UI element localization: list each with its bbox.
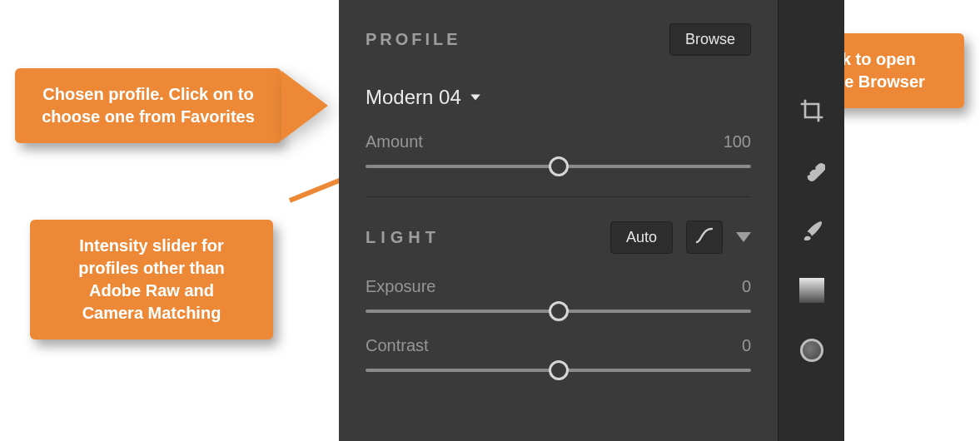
radial-gradient-icon[interactable] bbox=[798, 336, 826, 364]
contrast-slider-row: Contrast 0 bbox=[366, 336, 751, 372]
browse-button[interactable]: Browse bbox=[669, 23, 751, 56]
amount-slider-row: Amount 100 bbox=[366, 132, 751, 168]
callout-text: Intensity slider for profiles other than… bbox=[78, 236, 225, 322]
tone-curve-icon bbox=[694, 225, 714, 249]
collapse-toggle-icon[interactable] bbox=[736, 232, 751, 242]
profile-name-label: Modern 04 bbox=[366, 86, 461, 109]
section-title: PROFILE bbox=[366, 30, 461, 49]
light-section-header: LIGHT Auto bbox=[366, 220, 751, 254]
section-title: LIGHT bbox=[366, 228, 440, 247]
svg-rect-0 bbox=[805, 161, 825, 183]
exposure-label: Exposure bbox=[366, 277, 436, 296]
crop-icon[interactable] bbox=[798, 97, 826, 125]
profile-section-header: PROFILE Browse bbox=[366, 23, 751, 56]
annotation-callout-intensity: Intensity slider for profiles other than… bbox=[30, 220, 273, 339]
exposure-value: 0 bbox=[742, 277, 751, 296]
section-divider bbox=[366, 196, 751, 197]
profile-dropdown[interactable]: Modern 04 bbox=[366, 86, 751, 109]
svg-point-1 bbox=[807, 172, 810, 176]
amount-value: 100 bbox=[724, 132, 751, 151]
exposure-slider-thumb[interactable] bbox=[549, 301, 569, 321]
exposure-slider[interactable] bbox=[366, 310, 751, 313]
healing-brush-icon[interactable] bbox=[798, 156, 826, 185]
amount-slider-thumb[interactable] bbox=[549, 156, 569, 176]
contrast-value: 0 bbox=[742, 336, 751, 355]
svg-point-2 bbox=[812, 166, 815, 170]
brush-icon[interactable] bbox=[798, 216, 826, 245]
chevron-down-icon bbox=[470, 92, 481, 103]
contrast-slider[interactable] bbox=[366, 369, 751, 372]
tool-rail bbox=[778, 0, 844, 441]
auto-button[interactable]: Auto bbox=[610, 221, 673, 254]
linear-gradient-icon[interactable] bbox=[798, 276, 826, 305]
exposure-slider-row: Exposure 0 bbox=[366, 277, 751, 313]
annotation-callout-profile: Chosen profile. Click on to choose one f… bbox=[15, 68, 281, 143]
amount-slider[interactable] bbox=[366, 165, 751, 168]
edit-panel: PROFILE Browse Modern 04 Amount 100 LIGH… bbox=[339, 0, 778, 441]
amount-label: Amount bbox=[366, 132, 423, 151]
contrast-slider-thumb[interactable] bbox=[549, 360, 569, 380]
callout-text: Chosen profile. Click on to choose one f… bbox=[42, 85, 255, 126]
tone-curve-button[interactable] bbox=[686, 220, 723, 254]
contrast-label: Contrast bbox=[366, 336, 429, 355]
